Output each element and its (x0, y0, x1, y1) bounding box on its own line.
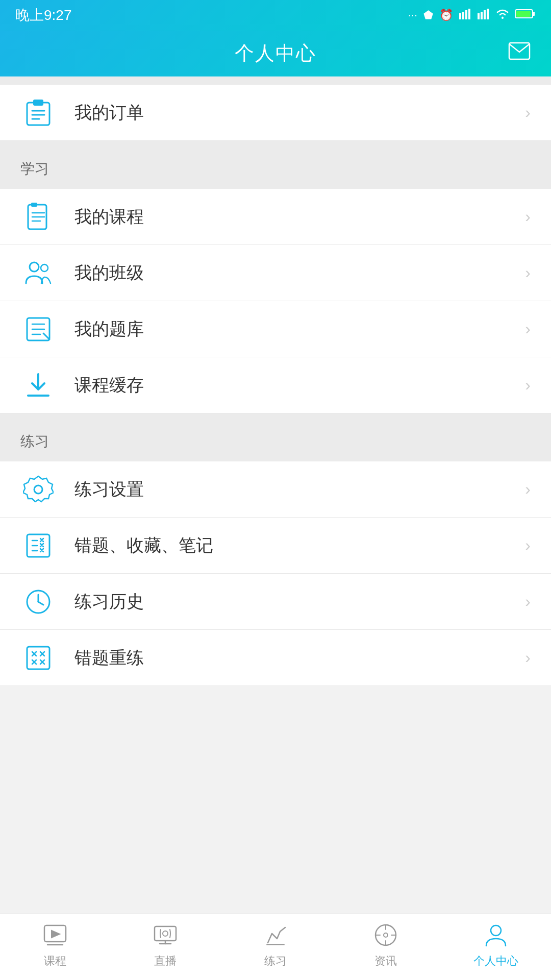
nav-news-label: 资讯 (374, 953, 397, 969)
svg-point-24 (41, 264, 48, 272)
exercise-history-chevron: › (525, 592, 531, 611)
order-item[interactable]: 我的订单 › (0, 85, 551, 141)
svg-rect-5 (481, 12, 483, 19)
svg-rect-4 (478, 13, 480, 19)
my-course-item[interactable]: 我的课程 › (0, 189, 551, 245)
course-cache-chevron: › (525, 376, 531, 395)
svg-rect-14 (33, 100, 43, 106)
my-class-label: 我的班级 (74, 261, 525, 285)
message-icon[interactable] (508, 42, 531, 65)
my-class-item[interactable]: 我的班级 › (0, 245, 551, 301)
my-class-chevron: › (525, 263, 531, 282)
errors-icon (20, 528, 56, 564)
exercise-history-item[interactable]: 练习历史 › (0, 574, 551, 630)
nav-live-icon (151, 921, 180, 949)
exercise-settings-label: 练习设置 (74, 478, 525, 501)
class-icon (20, 255, 56, 291)
order-label: 我的订单 (74, 101, 525, 125)
svg-point-55 (491, 925, 501, 936)
questionbank-icon (20, 311, 56, 347)
svg-rect-2 (465, 10, 467, 19)
wifi-icon (496, 8, 509, 22)
rework-chevron: › (525, 648, 531, 667)
svg-point-32 (34, 485, 42, 494)
settings-icon (20, 472, 56, 507)
svg-point-47 (163, 931, 168, 936)
svg-rect-12 (509, 43, 530, 59)
dots-icon: ··· (408, 9, 417, 22)
rework-item[interactable]: 错题重练 › (0, 630, 551, 686)
nav-item-profile[interactable]: 个人中心 (441, 921, 551, 969)
course-cache-item[interactable]: 课程缓存 › (0, 357, 551, 413)
signal2-icon (478, 8, 490, 22)
section-gap-2 (0, 413, 551, 422)
exercise-settings-chevron: › (525, 480, 531, 499)
svg-marker-31 (23, 476, 54, 502)
errors-label: 错题、收藏、笔记 (74, 534, 525, 557)
history-icon (20, 584, 56, 620)
nav-profile-icon (482, 921, 510, 949)
svg-rect-10 (533, 12, 535, 16)
order-chevron: › (525, 103, 531, 122)
nav-exercise-icon (261, 921, 290, 949)
svg-point-50 (384, 933, 388, 937)
svg-rect-13 (27, 103, 49, 125)
svg-rect-3 (468, 9, 470, 19)
exercise-history-label: 练习历史 (74, 590, 525, 614)
my-course-label: 我的课程 (74, 205, 525, 229)
nav-item-live[interactable]: 直播 (110, 921, 220, 969)
section-gap-1 (0, 141, 551, 149)
errors-item[interactable]: 错题、收藏、笔记 › (0, 518, 551, 574)
nav-live-label: 直播 (154, 953, 177, 969)
nav-news-icon (371, 921, 400, 949)
my-course-chevron: › (525, 207, 531, 226)
page-header: 个人中心 (0, 31, 551, 77)
page-title: 个人中心 (235, 40, 316, 66)
rework-icon (20, 640, 56, 676)
signal1-icon (459, 8, 471, 22)
svg-marker-42 (52, 930, 60, 938)
bottom-nav: 课程 直播 练习 (0, 914, 551, 980)
nav-exercise-label: 练习 (264, 953, 287, 969)
battery-icon (515, 8, 536, 22)
svg-rect-0 (459, 13, 461, 19)
time-display: 晚上9:27 (15, 6, 72, 25)
svg-rect-1 (462, 12, 464, 19)
svg-rect-19 (31, 203, 37, 207)
nav-course-icon (41, 921, 69, 949)
download-icon (20, 368, 56, 403)
svg-rect-44 (155, 926, 176, 941)
section-header-exercise: 练习 (0, 422, 551, 461)
nav-item-course[interactable]: 课程 (0, 921, 110, 969)
my-questionbank-label: 我的题库 (74, 317, 525, 341)
nav-item-exercise[interactable]: 练习 (220, 921, 331, 969)
clipboard-icon (20, 95, 56, 131)
top-divider (0, 77, 551, 85)
svg-rect-7 (487, 9, 489, 19)
nav-item-news[interactable]: 资讯 (331, 921, 441, 969)
status-bar: 晚上9:27 ··· ⬟ ⏰ (0, 0, 551, 31)
course-icon (20, 199, 56, 235)
svg-point-29 (45, 335, 46, 336)
svg-point-23 (30, 262, 39, 272)
svg-rect-11 (516, 11, 531, 17)
bluetooth-icon: ⬟ (423, 9, 433, 22)
svg-rect-33 (27, 534, 49, 557)
nav-course-label: 课程 (44, 953, 66, 969)
my-questionbank-chevron: › (525, 320, 531, 338)
svg-point-8 (502, 17, 504, 19)
alarm-icon: ⏰ (439, 9, 453, 22)
rework-label: 错题重练 (74, 646, 525, 670)
exercise-settings-item[interactable]: 练习设置 › (0, 461, 551, 518)
course-cache-label: 课程缓存 (74, 374, 525, 397)
my-questionbank-item[interactable]: 我的题库 › (0, 301, 551, 357)
section-header-study: 学习 (0, 149, 551, 189)
svg-rect-6 (484, 10, 486, 19)
svg-line-39 (38, 602, 43, 605)
svg-rect-40 (27, 647, 49, 669)
errors-chevron: › (525, 536, 531, 555)
status-icons: ··· ⬟ ⏰ (408, 8, 536, 22)
nav-profile-label: 个人中心 (473, 953, 518, 969)
